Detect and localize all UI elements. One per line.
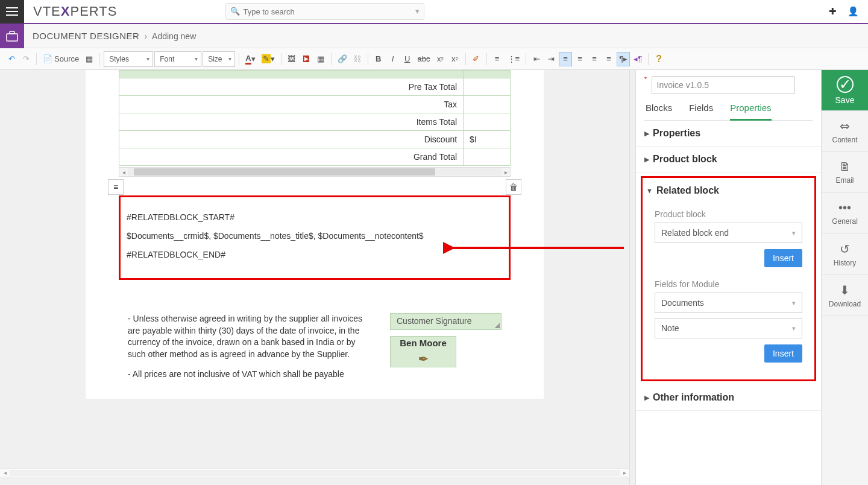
template-name-input[interactable]	[652, 76, 795, 94]
text-color-button[interactable]: A▾	[243, 52, 257, 66]
signature-image[interactable]: Ben Moore ✒	[390, 336, 456, 367]
align-center-button[interactable]: ≡	[573, 52, 587, 66]
source-button[interactable]: 📄 Source	[40, 52, 81, 66]
align-left-button[interactable]: ≡	[559, 52, 572, 66]
section-properties[interactable]: ▶Properties	[636, 121, 821, 147]
strike-button[interactable]: abc	[415, 52, 433, 66]
module-select[interactable]: Documents	[655, 293, 802, 313]
total-value	[464, 113, 511, 131]
svg-rect-1	[10, 31, 14, 34]
terms-section: - Unless otherwise agreed in writing by …	[119, 307, 511, 387]
general-tab[interactable]: •••General	[822, 193, 868, 234]
insert-field-button[interactable]: Insert	[764, 344, 802, 363]
tab-fields[interactable]: Fields	[689, 103, 713, 120]
tab-properties[interactable]: Properties	[730, 103, 771, 121]
breadcrumb-separator-icon: ›	[144, 31, 147, 41]
related-block-content[interactable]: #RELATEDBLOCK_START# $Documents__crmid$,…	[119, 195, 511, 280]
redo-button[interactable]: ↷	[19, 52, 33, 66]
breadcrumb-module[interactable]: Document Designer	[33, 31, 139, 41]
section-product-block[interactable]: ▶Product block	[636, 147, 821, 173]
history-tab[interactable]: ↺History	[822, 234, 868, 275]
caret-right-icon: ▶	[644, 130, 649, 138]
templates-button[interactable]: ▦	[83, 52, 96, 66]
styles-select[interactable]: Styles	[104, 51, 153, 67]
block-drag-handle[interactable]: ≡	[108, 179, 124, 195]
user-icon[interactable]: 👤	[848, 6, 859, 17]
terms-p2: - All prices are not inclusive of VAT wh…	[128, 369, 366, 381]
subscript-button[interactable]: x2	[434, 52, 447, 66]
block-delete-button[interactable]: 🗑	[506, 179, 521, 195]
video-button[interactable]: ▶	[300, 52, 313, 66]
section-other-info[interactable]: ▶Other information	[636, 385, 821, 411]
table-row	[119, 71, 511, 78]
rtl-button[interactable]: ◂¶	[631, 52, 644, 66]
image-button[interactable]: 🖼	[285, 52, 298, 66]
total-value	[464, 148, 511, 166]
panel-tabs: Blocks Fields Properties	[644, 103, 813, 121]
module-icon[interactable]	[0, 24, 24, 48]
total-label: Discount	[119, 131, 464, 148]
related-block-header[interactable]: ▼Related block	[646, 183, 811, 201]
search-dropdown-icon[interactable]: ▾	[415, 7, 420, 16]
align-justify-button[interactable]: ≡	[602, 52, 615, 66]
help-button[interactable]: ?	[652, 52, 665, 66]
content-tab[interactable]: ⇔Content	[822, 111, 868, 152]
field-select[interactable]: Note	[655, 318, 802, 338]
pen-icon: ✒	[418, 350, 429, 367]
align-right-button[interactable]: ≡	[588, 52, 601, 66]
properties-panel: * Blocks Fields Properties ▶Properties ▶…	[635, 70, 821, 485]
table-horizontal-scrollbar[interactable]: ◂▸	[119, 167, 511, 177]
download-tab[interactable]: ⬇Download	[822, 275, 868, 316]
table-row: Pre Tax Total	[119, 78, 511, 96]
link-button[interactable]: 🔗	[335, 52, 350, 66]
size-select[interactable]: Size	[203, 51, 235, 67]
canvas-horizontal-scrollbar[interactable]: ◂▸	[0, 468, 629, 477]
total-value: $I	[464, 131, 511, 148]
caret-right-icon: ▶	[644, 156, 649, 163]
outdent-button[interactable]: ⇤	[530, 52, 543, 66]
table-button[interactable]: ▦	[314, 52, 327, 66]
breadcrumb-bar: Document Designer › Adding new	[0, 24, 868, 48]
ltr-button[interactable]: ¶▸	[617, 52, 630, 66]
signature-label-box[interactable]: Customer Signature	[390, 313, 502, 330]
italic-button[interactable]: I	[386, 52, 400, 66]
numbered-list-button[interactable]: ≡	[491, 52, 504, 66]
signature-area: Customer Signature Ben Moore ✒	[390, 313, 502, 381]
related-line-3: #RELATEDBLOCK_END#	[127, 246, 503, 264]
unlink-button[interactable]: ⛓	[351, 52, 364, 66]
breadcrumb-action: Adding new	[152, 31, 196, 41]
canvas-vertical-scrollbar[interactable]	[629, 70, 635, 485]
tab-blocks[interactable]: Blocks	[646, 103, 672, 120]
caret-right-icon: ▶	[644, 394, 649, 402]
add-icon[interactable]: ✚	[829, 6, 837, 17]
bullet-list-button[interactable]: ⋮≡	[505, 52, 523, 66]
total-value	[464, 78, 511, 96]
undo-button[interactable]: ↶	[5, 52, 18, 66]
insert-block-button[interactable]: Insert	[764, 249, 802, 267]
table-row: Discount$I	[119, 131, 511, 148]
total-label: Tax	[119, 96, 464, 113]
superscript-button[interactable]: x2	[448, 52, 462, 66]
fields-module-label: Fields for Module	[655, 279, 802, 289]
bg-color-button[interactable]: ✎▾	[259, 52, 277, 66]
totals-table[interactable]: Pre Tax TotalTaxItems TotalDiscount$IGra…	[119, 70, 511, 166]
underline-button[interactable]: U	[401, 52, 414, 66]
main-menu-button[interactable]	[0, 0, 24, 24]
save-tab[interactable]: ✓Save	[822, 70, 868, 111]
more-icon: •••	[838, 201, 851, 215]
email-tab[interactable]: 🗎Email	[822, 152, 868, 193]
editor-toolbar: ↶ ↷ 📄 Source ▦ Styles Font Size A▾ ✎▾ 🖼 …	[0, 48, 868, 70]
check-icon: ✓	[837, 76, 854, 93]
search-input[interactable]	[225, 3, 424, 20]
bold-button[interactable]: B	[372, 52, 385, 66]
hamburger-icon	[6, 7, 18, 16]
total-value	[464, 71, 511, 78]
related-line-2: $Documents__crmid$, $Documents__notes_ti…	[127, 227, 503, 246]
font-select[interactable]: Font	[154, 51, 201, 67]
indent-button[interactable]: ⇥	[544, 52, 558, 66]
product-block-label: Product block	[655, 209, 802, 219]
product-block-select[interactable]: Related block end	[655, 223, 802, 243]
remove-format-button[interactable]: ✐	[470, 52, 483, 66]
related-line-1: #RELATEDBLOCK_START#	[127, 208, 503, 227]
section-related-block: ▼Related block Product block Related blo…	[641, 176, 816, 381]
